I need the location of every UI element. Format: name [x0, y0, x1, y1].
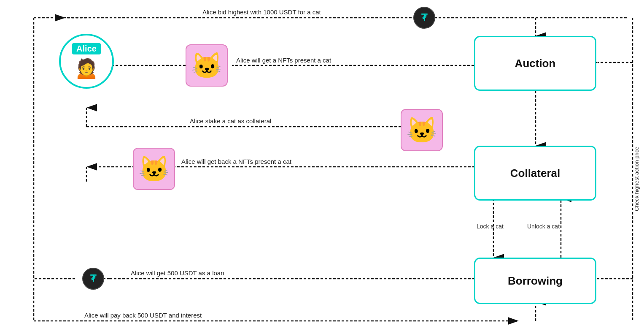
get-back-nft-label: Alice will get back a NFTs present a cat: [181, 158, 291, 165]
bid-label: Alice bid highest with 1000 USDT for a c…: [202, 8, 321, 16]
auction-node: Auction: [474, 36, 596, 91]
auction-label: Auction: [515, 57, 556, 70]
cat-nft-3: 🐱: [133, 148, 175, 190]
alice-label: Alice: [72, 43, 101, 54]
collateral-node: Collateral: [474, 146, 596, 201]
borrowing-label: Borrowing: [508, 274, 563, 288]
usdt-icon-top: ₮: [413, 7, 435, 29]
lock-cat-label: Lock a cat: [477, 223, 504, 230]
pay-back-label: Alice will pay back 500 USDT and interes…: [84, 312, 202, 319]
check-price-label: Check highest action price: [633, 84, 640, 211]
usdt-icon-bottom: ₮: [82, 268, 104, 290]
unlock-cat-label: Unlock a cat: [527, 223, 560, 230]
get-nft-label: Alice will get a NFTs present a cat: [236, 57, 331, 64]
collateral-label: Collateral: [510, 167, 560, 180]
get-loan-label: Alice will get 500 USDT as a loan: [131, 269, 224, 277]
cat-nft-2: 🐱: [401, 109, 443, 151]
alice-node: Alice 🙍: [59, 34, 114, 89]
alice-icon: 🙍: [74, 56, 99, 80]
cat-nft-1: 🐱: [186, 44, 228, 87]
stake-label: Alice stake a cat as collateral: [190, 117, 271, 125]
borrowing-node: Borrowing: [474, 258, 596, 304]
diagram: Alice 🙍 Auction Collateral Borrowing 🐱 🐱…: [0, 0, 644, 334]
